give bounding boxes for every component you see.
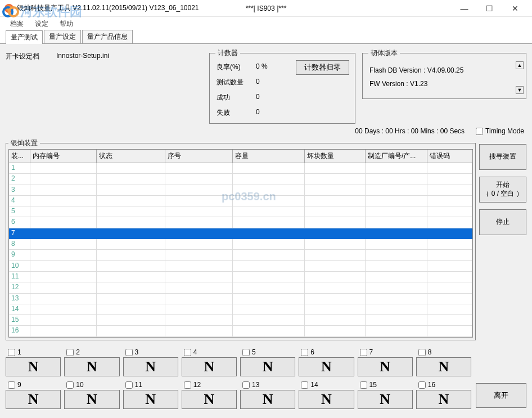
port-checkbox-input[interactable] (418, 349, 426, 356)
port-cell: 2N (64, 348, 119, 376)
port-checkbox[interactable]: 12 (184, 381, 237, 389)
col-badblocks[interactable]: 坏块数量 (305, 150, 366, 163)
timing-mode-checkbox[interactable]: Timing Mode (476, 127, 524, 135)
port-cell: 13N (240, 381, 295, 409)
ok-value: 0 (256, 93, 284, 102)
port-checkbox-input[interactable] (184, 349, 191, 356)
port-checkbox-input[interactable] (242, 381, 250, 389)
rate-label: 良率(%) (217, 62, 256, 72)
port-checkbox[interactable]: 8 (418, 348, 471, 356)
table-cell (366, 326, 427, 336)
port-checkbox[interactable]: 2 (66, 348, 119, 356)
port-checkbox[interactable]: 13 (242, 381, 295, 389)
port-checkbox-input[interactable] (418, 381, 426, 389)
counter-group: 计数器 计数器归零 良率(%) 0 % 测试数量 0 成功 0 失败 0 (209, 48, 355, 124)
table-row[interactable]: 15 (9, 315, 472, 326)
col-manufacturer[interactable]: 制造厂编号/产... (366, 150, 427, 163)
table-row[interactable]: 11 (9, 272, 472, 282)
port-checkbox[interactable]: 7 (360, 348, 413, 356)
table-cell (366, 228, 427, 239)
table-cell: 12 (9, 282, 30, 293)
table-row[interactable]: 5 (9, 206, 472, 217)
port-checkbox-input[interactable] (125, 349, 133, 356)
port-checkbox-input[interactable] (360, 349, 367, 356)
flashdb-version: Flash DB Version : V4.09.00.25 (369, 64, 519, 77)
table-cell (427, 174, 472, 185)
col-memory-id[interactable]: 内存编号 (30, 150, 97, 163)
table-row[interactable]: 8 (9, 239, 472, 250)
table-row[interactable]: 10 (9, 261, 472, 272)
col-status[interactable]: 状态 (97, 150, 165, 163)
tab-mp-settings[interactable]: 量产设定 (44, 30, 81, 43)
port-checkbox-input[interactable] (8, 349, 15, 356)
port-checkbox-input[interactable] (125, 381, 133, 389)
port-checkbox-input[interactable] (8, 381, 15, 389)
table-row[interactable]: 2 (9, 174, 472, 185)
table-row[interactable]: 1 (9, 163, 472, 174)
counter-reset-button[interactable]: 计数器归零 (296, 60, 349, 75)
table-row[interactable]: 13 (9, 294, 472, 304)
port-checkbox-input[interactable] (66, 349, 74, 356)
table-cell (97, 228, 165, 239)
port-checkbox[interactable]: 14 (301, 381, 354, 389)
menu-file[interactable]: 档案 (4, 18, 29, 30)
table-cell (233, 294, 305, 304)
port-status-box: N (123, 390, 178, 409)
port-checkbox[interactable]: 5 (242, 348, 295, 356)
table-cell: 10 (9, 261, 30, 272)
timing-mode-input[interactable] (476, 128, 483, 135)
port-checkbox[interactable]: 16 (418, 381, 471, 389)
col-serial[interactable]: 序号 (165, 150, 233, 163)
port-checkbox[interactable]: 15 (360, 381, 413, 389)
scroll-up-icon[interactable]: ▲ (516, 61, 524, 69)
table-cell (30, 217, 97, 228)
table-row[interactable]: 4 (9, 196, 472, 206)
port-checkbox[interactable]: 10 (66, 381, 119, 389)
table-cell (233, 250, 305, 260)
col-capacity[interactable]: 容量 (233, 150, 305, 163)
tab-mp-info[interactable]: 量产产品信息 (82, 30, 133, 43)
table-cell (97, 315, 165, 326)
port-checkbox-input[interactable] (66, 381, 74, 389)
menu-help[interactable]: 帮助 (54, 18, 79, 30)
table-cell (366, 239, 427, 250)
port-checkbox-input[interactable] (360, 381, 367, 389)
close-button[interactable]: ✕ (502, 0, 528, 17)
col-device[interactable]: 装... (9, 150, 30, 163)
port-checkbox-input[interactable] (242, 349, 250, 356)
scroll-down-icon[interactable]: ▼ (516, 86, 524, 94)
port-checkbox-input[interactable] (301, 381, 308, 389)
table-row[interactable]: 7 (9, 228, 472, 239)
fail-label: 失败 (217, 108, 256, 118)
table-cell: 16 (9, 326, 30, 336)
table-row[interactable]: 16 (9, 326, 472, 336)
table-cell: 5 (9, 206, 30, 217)
exit-button[interactable]: 离开 (476, 383, 526, 408)
table-cell (97, 217, 165, 228)
table-cell (366, 315, 427, 326)
port-checkbox[interactable]: 6 (301, 348, 354, 356)
table-row[interactable]: 14 (9, 304, 472, 315)
port-checkbox[interactable]: 11 (125, 381, 178, 389)
minimize-button[interactable]: — (452, 0, 477, 17)
col-errorcode[interactable]: 错误码 (427, 150, 472, 163)
table-row[interactable]: 12 (9, 282, 472, 293)
port-checkbox[interactable]: 3 (125, 348, 178, 356)
table-row[interactable]: 9 (9, 250, 472, 260)
port-checkbox-input[interactable] (301, 349, 308, 356)
menu-settings[interactable]: 设定 (29, 18, 54, 30)
search-device-button[interactable]: 搜寻装置 (479, 144, 526, 170)
port-checkbox[interactable]: 9 (8, 381, 61, 389)
tab-mp-test[interactable]: 量产测试 (6, 30, 43, 44)
table-row[interactable]: 3 (9, 185, 472, 196)
device-grid[interactable]: 装... 内存编号 状态 序号 容量 坏块数量 制造厂编号/产... 错误码 1… (8, 149, 473, 338)
port-checkbox-input[interactable] (184, 381, 191, 389)
port-number: 12 (193, 381, 201, 389)
start-button[interactable]: 开始 （ 0 / 空白 ） (479, 177, 526, 203)
port-cell: 16N (416, 381, 471, 409)
stop-button[interactable]: 停止 (479, 209, 526, 235)
maximize-button[interactable]: ☐ (477, 0, 502, 17)
port-checkbox[interactable]: 4 (184, 348, 237, 356)
table-row[interactable]: 6 (9, 217, 472, 228)
port-checkbox[interactable]: 1 (8, 348, 61, 356)
